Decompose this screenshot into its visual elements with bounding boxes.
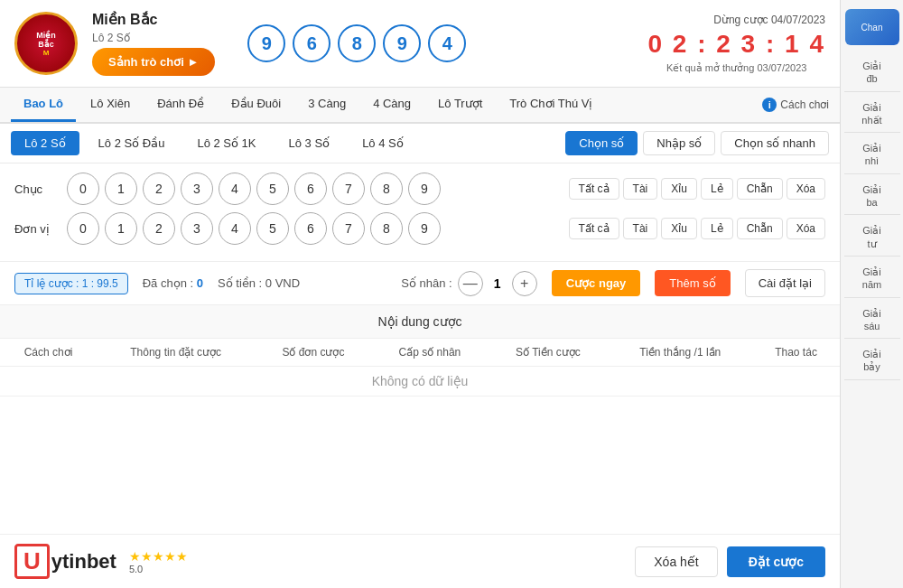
bet-content: Nội dung cược Cách chơi Thông tin đặt cư…: [0, 305, 840, 534]
don-vi-actions: Tất cả Tài Xỉu Lẻ Chẵn Xóa: [569, 218, 825, 239]
tab-danh-de[interactable]: Đánh Đề: [144, 88, 217, 122]
multiplier-plus-btn[interactable]: +: [512, 271, 537, 296]
chuc-actions: Tất cả Tài Xỉu Lẻ Chẵn Xóa: [569, 178, 825, 200]
subtab-lo4so[interactable]: Lô 4 Số: [349, 131, 417, 155]
sidebar-item-giai-bay[interactable]: Giảibảy: [844, 342, 900, 380]
donvi-xoa[interactable]: Xóa: [787, 218, 825, 239]
donvi-tai[interactable]: Tài: [623, 218, 658, 239]
donvi-5[interactable]: 5: [256, 212, 289, 245]
rating: 5.0: [129, 564, 188, 574]
chuc-xiu[interactable]: Xỉu: [661, 178, 697, 200]
chuc-3[interactable]: 3: [181, 173, 213, 205]
game-subtitle: Lô 2 Số: [92, 32, 215, 44]
ball-2: 6: [293, 24, 330, 62]
col-cach-choi: Cách chơi: [0, 339, 97, 367]
chuc-all[interactable]: Tất cả: [569, 178, 619, 200]
countdown: 0 2 : 2 3 : 1 4: [647, 30, 825, 59]
chuc-6[interactable]: 6: [294, 173, 327, 205]
don-vi-label: Đơn vị: [14, 222, 60, 236]
tab-dau-duoi[interactable]: Đầu Đuôi: [219, 88, 293, 122]
multiplier-value: 1: [489, 276, 507, 291]
donvi-2[interactable]: 2: [143, 212, 175, 245]
sub-tabs: Lô 2 Số Lô 2 Số Đầu Lô 2 Số 1K Lô 3 Số L…: [0, 124, 840, 163]
multiplier-minus-btn[interactable]: —: [458, 271, 483, 296]
btn-choose-number[interactable]: Chọn số: [565, 131, 638, 155]
bet-table: Cách chơi Thông tin đặt cược Số đơn cược…: [0, 339, 840, 397]
subtab-lo3so[interactable]: Lô 3 Số: [275, 131, 344, 155]
sidebar-item-giai-nhi[interactable]: Giảinhì: [844, 136, 900, 174]
chuc-7[interactable]: 7: [332, 173, 365, 205]
donvi-0[interactable]: 0: [67, 212, 99, 245]
brand-logo: U ytinbet ★★★★★ 5.0: [14, 544, 188, 579]
donvi-7[interactable]: 7: [332, 212, 365, 245]
place-bet-button[interactable]: Đặt cược: [727, 546, 825, 577]
sidebar-item-giai-db[interactable]: Giảiđb: [844, 54, 900, 92]
clear-all-button[interactable]: Xóa hết: [635, 546, 717, 577]
don-vi-circles: 0 1 2 3 4 5 6 7 8 9: [67, 212, 441, 245]
chuc-0[interactable]: 0: [67, 173, 99, 205]
bet-info-bar: Tỉ lệ cược : 1 : 99.5 Đã chọn : 0 Số tiề…: [0, 262, 840, 305]
chosen-count: 0: [197, 276, 203, 290]
donvi-chan[interactable]: Chẵn: [737, 218, 783, 239]
subtab-lo2so1k[interactable]: Lô 2 Số 1K: [183, 131, 269, 155]
donvi-9[interactable]: 9: [408, 212, 441, 245]
chuc-tai[interactable]: Tài: [623, 178, 658, 200]
chuc-xoa[interactable]: Xóa: [787, 178, 825, 200]
ball-1: 9: [247, 24, 285, 62]
money-label: Số tiền : 0 VND: [218, 276, 300, 290]
btn-quick-choose[interactable]: Chọn số nhanh: [721, 131, 829, 155]
chuc-5[interactable]: 5: [256, 173, 289, 205]
bet-content-title: Nội dung cược: [0, 305, 840, 339]
chuc-le[interactable]: Lẻ: [701, 178, 733, 200]
chuc-4[interactable]: 4: [219, 173, 251, 205]
donvi-3[interactable]: 3: [181, 212, 213, 245]
tab-lo-truot[interactable]: Lô Trượt: [425, 88, 495, 122]
col-so-tien: Số Tiền cược: [488, 339, 608, 367]
sidebar-item-giai-sau[interactable]: Giảisáu: [844, 302, 900, 340]
chuc-chan[interactable]: Chẵn: [737, 178, 783, 200]
donvi-1[interactable]: 1: [105, 212, 137, 245]
donvi-xiu[interactable]: Xỉu: [661, 218, 697, 239]
info-icon: i: [762, 98, 777, 112]
result-balls: 9 6 8 9 4: [247, 24, 466, 62]
btn-input-number[interactable]: Nhập số: [643, 131, 715, 155]
sidebar-top-btn[interactable]: Chan: [845, 9, 899, 45]
sidebar-top-label: Chan: [861, 23, 883, 33]
footer-actions: Xóa hết Đặt cược: [635, 546, 825, 577]
chuc-label: Chục: [14, 182, 60, 196]
money-value: 0 VND: [265, 276, 300, 290]
sidebar-item-giai-nhat[interactable]: Giảinhất: [844, 96, 900, 134]
donvi-8[interactable]: 8: [370, 212, 403, 245]
donvi-6[interactable]: 6: [294, 212, 327, 245]
chuc-2[interactable]: 2: [143, 173, 175, 205]
tab-tro-choi[interactable]: Trò Chơi Thú Vị: [497, 88, 605, 122]
tab-4-cang[interactable]: 4 Càng: [360, 88, 424, 122]
chuc-9[interactable]: 9: [408, 173, 441, 205]
sidebar-item-giai-tu[interactable]: Giảitư: [844, 219, 900, 257]
help-link[interactable]: i Cách chơi: [762, 98, 829, 112]
help-label: Cách chơi: [780, 98, 829, 111]
col-tien-thang: Tiền thắng /1 lần: [608, 339, 752, 367]
nav-tabs: Bao Lô Lô Xiên Đánh Đề Đầu Đuôi 3 Càng 4…: [0, 88, 840, 124]
tab-3-cang[interactable]: 3 Càng: [295, 88, 358, 122]
donvi-4[interactable]: 4: [219, 212, 251, 245]
reset-button[interactable]: Cài đặt lại: [745, 269, 825, 297]
sidebar-item-giai-ba[interactable]: Giảiba: [844, 178, 900, 216]
col-so-don: Số đơn cược: [255, 339, 371, 367]
logo: MiềnBắc M: [14, 12, 78, 75]
tab-lo-xien[interactable]: Lô Xiên: [78, 88, 143, 122]
sidebar-item-giai-nam[interactable]: Giảinăm: [844, 260, 900, 298]
don-vi-row: Đơn vị 0 1 2 3 4 5 6 7 8 9 Tất cả Tài Xỉ…: [14, 212, 825, 245]
ball-4: 9: [383, 24, 421, 62]
bet-now-button[interactable]: Cược ngay: [552, 270, 641, 296]
play-button[interactable]: Sảnh trò chơi ►: [92, 48, 215, 76]
chuc-1[interactable]: 1: [105, 173, 137, 205]
subtab-lo2so[interactable]: Lô 2 Số: [11, 131, 79, 155]
add-more-button[interactable]: Thêm số: [655, 270, 730, 296]
subtab-lo2sodau[interactable]: Lô 2 Số Đầu: [85, 131, 179, 155]
chuc-8[interactable]: 8: [370, 173, 403, 205]
donvi-all[interactable]: Tất cả: [569, 218, 619, 239]
tab-bao-lo[interactable]: Bao Lô: [11, 88, 76, 122]
donvi-le[interactable]: Lẻ: [701, 218, 733, 239]
chosen-label: Đã chọn : 0: [143, 276, 203, 290]
